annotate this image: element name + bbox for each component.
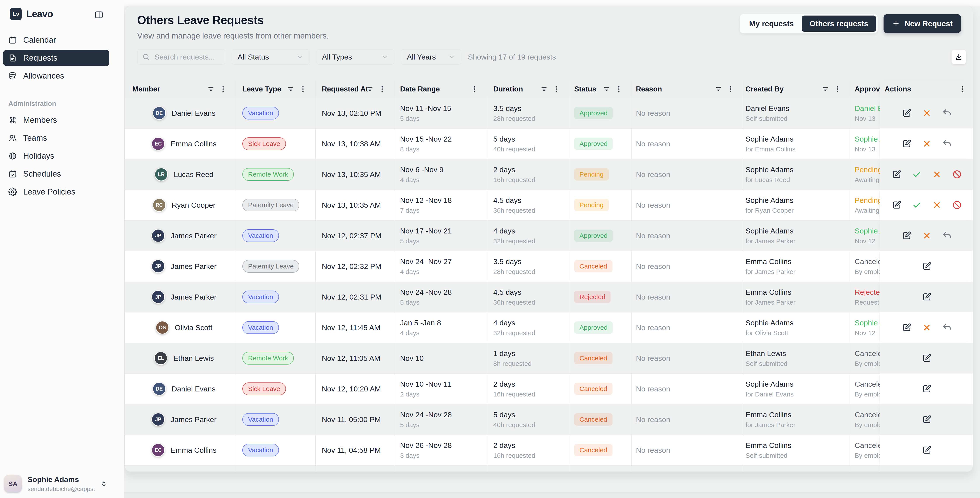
status-badge: Canceled xyxy=(574,413,612,426)
panel-toggle-icon xyxy=(94,10,104,20)
approve-request-button[interactable] xyxy=(912,200,922,210)
header-controls: My requests Others requests New Request xyxy=(740,14,961,33)
column-menu-icon[interactable] xyxy=(615,85,622,93)
column-label: Leave Type xyxy=(242,85,281,93)
edit-request-button[interactable] xyxy=(922,445,932,455)
edit-request-button[interactable] xyxy=(922,261,932,271)
column-filter-icon[interactable] xyxy=(287,85,294,93)
column-menu-icon[interactable] xyxy=(471,85,478,93)
created-by-name: Emma Collins xyxy=(746,410,850,419)
column-filter-icon[interactable] xyxy=(822,85,829,93)
reject-request-button[interactable] xyxy=(922,231,932,241)
edit-request-button[interactable] xyxy=(902,231,912,241)
column-filter-icon[interactable] xyxy=(540,85,548,93)
status-filter-select[interactable]: All Status xyxy=(232,49,310,65)
block-request-button[interactable] xyxy=(952,200,962,210)
created-by-name: Sophie Adams xyxy=(746,380,850,388)
revert-request-button[interactable] xyxy=(942,231,952,241)
cell-actions xyxy=(880,465,973,471)
cell-reason: No reason xyxy=(632,159,743,190)
column-filter-icon[interactable] xyxy=(603,85,610,93)
revert-request-button[interactable] xyxy=(942,139,952,149)
column-menu-icon[interactable] xyxy=(299,85,307,93)
cell-requested_at: Nov 11, 04:58 PM xyxy=(316,435,395,465)
reject-request-button[interactable] xyxy=(932,169,942,180)
x-icon xyxy=(932,169,942,180)
page-subtitle: View and manage leave requests from othe… xyxy=(137,31,329,40)
column-menu-icon[interactable] xyxy=(727,85,734,93)
tab-my-requests[interactable]: My requests xyxy=(741,16,802,32)
sidebar-item-calendar[interactable]: Calendar xyxy=(3,32,110,48)
member-avatar: EC xyxy=(151,137,165,151)
member-avatar: JP xyxy=(151,413,165,426)
column-menu-icon[interactable] xyxy=(552,85,560,93)
duration-hours: 32h requested xyxy=(493,237,569,245)
column-filter-icon[interactable] xyxy=(715,85,722,93)
edit-request-button[interactable] xyxy=(902,139,912,149)
sidebar-item-members[interactable]: Members xyxy=(3,112,110,128)
column-filter-icon[interactable] xyxy=(207,85,215,93)
column-menu-icon:kebab-icon[interactable] xyxy=(959,85,966,93)
tab-others-requests[interactable]: Others requests xyxy=(802,16,876,32)
type-filter-select[interactable]: All Types xyxy=(316,49,395,65)
column-filter-icon[interactable] xyxy=(366,85,374,93)
search-input[interactable] xyxy=(154,53,220,62)
reject-request-button[interactable] xyxy=(922,323,932,333)
reject-request-button[interactable] xyxy=(922,108,932,118)
sidebar-item-holidays[interactable]: Holidays xyxy=(3,148,110,164)
sidebar-collapse-button[interactable] xyxy=(94,10,104,20)
status-badge: Approved xyxy=(574,321,613,334)
user-menu[interactable]: SA Sophie Adams senda.debbiche@cappsu... xyxy=(4,475,108,493)
duration-value: 5 days xyxy=(493,410,569,419)
edit-request-button[interactable] xyxy=(922,292,932,302)
cell-member: ELEthan Lewis xyxy=(125,343,236,374)
revert-request-button[interactable] xyxy=(942,323,952,333)
status-badge: Rejected xyxy=(574,291,611,303)
table-row: ELEthan LewisRemote WorkNov 12, 11:05 AM… xyxy=(125,343,973,374)
edit-request-button[interactable] xyxy=(922,353,932,363)
cell-duration: 4.5 days36h requested xyxy=(487,190,569,220)
column-menu-icon[interactable] xyxy=(379,85,386,93)
column-menu-icon[interactable] xyxy=(834,85,841,93)
date-range-value: Nov 24 -Nov 28 xyxy=(400,410,487,419)
reject-request-button[interactable] xyxy=(922,139,932,149)
edit-request-button[interactable] xyxy=(902,108,912,118)
approve-request-button[interactable] xyxy=(912,169,922,180)
sidebar-item-allowances[interactable]: Allowances xyxy=(3,68,110,84)
edit-request-button[interactable] xyxy=(922,414,932,425)
cell-date_range: Nov 17 -Nov 215 days xyxy=(395,220,487,251)
duration-hours: 36h requested xyxy=(493,207,569,214)
edit-request-button[interactable] xyxy=(892,169,902,180)
sidebar-item-requests[interactable]: Requests xyxy=(3,50,110,66)
edit-request-button[interactable] xyxy=(922,384,932,394)
leave-type-badge: Vacation xyxy=(242,229,279,242)
edit-request-button[interactable] xyxy=(892,200,902,210)
edit-request-button[interactable] xyxy=(902,323,912,333)
requests-card: Others Leave Requests View and manage le… xyxy=(125,6,973,472)
created-by-sub: for Daniel Evans xyxy=(746,391,850,398)
sidebar-item-leave-policies[interactable]: Leave Policies xyxy=(3,184,110,200)
export-button[interactable] xyxy=(951,49,966,64)
undo-icon xyxy=(942,231,952,241)
requests-table: MemberLeave TypeRequested AtDate RangeDu… xyxy=(125,80,973,471)
sidebar-item-schedules[interactable]: Schedules xyxy=(3,166,110,182)
member-name: Emma Collins xyxy=(170,446,216,455)
date-range-value: Nov 12 -Nov 18 xyxy=(400,196,487,205)
member-name: Olivia Scott xyxy=(175,323,212,332)
duration-value: 1 days xyxy=(493,349,569,358)
block-request-button[interactable] xyxy=(952,169,962,180)
reject-request-button[interactable] xyxy=(932,200,942,210)
year-filter-select[interactable]: All Years xyxy=(401,49,461,65)
cell-duration: 2 days16h requested xyxy=(487,374,569,404)
created-by-sub: Self-submitted xyxy=(746,452,850,459)
cell-leave_type: Vacation xyxy=(236,312,316,343)
created-by-name: Emma Collins xyxy=(746,441,850,450)
table-row: ECEmma CollinsVacationNov 11, 04:58 PMNo… xyxy=(125,435,973,465)
column-menu-icon[interactable] xyxy=(220,85,227,93)
reason-value: No reason xyxy=(636,354,743,363)
cell-reason: No reason xyxy=(632,220,743,251)
leave-type-badge: Vacation xyxy=(242,444,279,457)
sidebar-item-teams[interactable]: Teams xyxy=(3,130,110,146)
revert-request-button[interactable] xyxy=(942,108,952,118)
new-request-button[interactable]: New Request xyxy=(883,14,961,33)
